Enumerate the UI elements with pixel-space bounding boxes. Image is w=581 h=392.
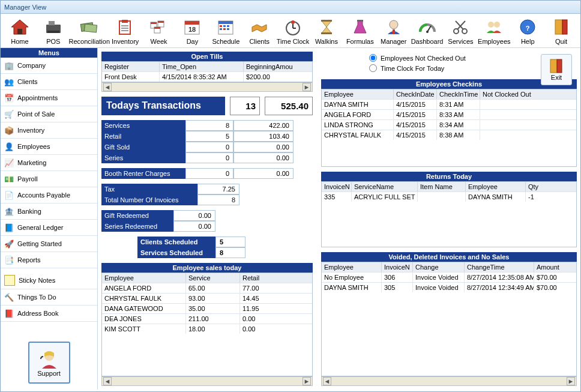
table-row[interactable]: LINDA STRONG4/15/20158:34 AM <box>322 120 576 130</box>
table-row[interactable]: CHRYSTAL FAULK4/15/20158:38 AM <box>322 130 576 140</box>
col-service[interactable]: Service <box>186 273 240 283</box>
col-beginamount[interactable]: BeginningAmou <box>244 62 312 71</box>
calendar-icon: 📅 <box>4 93 14 103</box>
sidebar-item-marketing[interactable]: 📈Marketing <box>1 155 97 171</box>
sidebar-item-pointofsale[interactable]: 🛒Point of Sale <box>1 106 97 122</box>
help-icon: ? <box>518 17 537 37</box>
cell: 4/15/2015 <box>394 110 437 119</box>
toolbar-day[interactable]: 18 Day <box>176 16 209 46</box>
toolbar-formulas[interactable]: Formulas <box>343 16 377 46</box>
sidebar-item-gettingstarted[interactable]: 🚀Getting Started <box>1 236 97 252</box>
toolbar-week[interactable]: Week <box>142 16 176 46</box>
toolbar-quit[interactable]: Quit <box>544 16 578 46</box>
table-row[interactable]: ANGELA FORD4/15/20158:33 AM <box>322 110 576 120</box>
sidebar-item-label: Sticky Notes <box>19 277 55 284</box>
sidebar-item-thingstodo[interactable]: 🔨Things To Do <box>1 289 97 306</box>
sidebar-item-label: Clients <box>17 78 38 85</box>
table-row[interactable]: DAYNA SMITH4/15/20158:31 AM <box>322 100 576 110</box>
svcssched-label: Services Scheduled <box>137 247 215 258</box>
toolbar-dashboard[interactable]: Dashboard <box>411 16 444 46</box>
sidebar-item-appointments[interactable]: 📅Appointments <box>1 90 97 106</box>
col-timeopen[interactable]: Time_Open <box>160 62 244 71</box>
toolbar-inventory[interactable]: Inventory <box>109 16 142 46</box>
scroll-right-icon[interactable]: ► <box>303 377 311 385</box>
svg-rect-26 <box>220 28 222 30</box>
col-register[interactable]: Register <box>102 62 160 71</box>
scroll-right-icon[interactable]: ► <box>567 377 575 385</box>
cell: 14.45 <box>240 294 312 303</box>
sidebar-item-generalledger[interactable]: 📘General Ledger <box>1 220 97 236</box>
col-notclockedout[interactable]: Not Clocked Out <box>480 89 576 99</box>
toolbar-help[interactable]: ? Help <box>511 16 544 46</box>
support-button[interactable]: Support <box>28 342 70 384</box>
sidebar-item-label: Company <box>17 62 46 69</box>
svg-point-32 <box>291 20 295 24</box>
col-amount[interactable]: Amount <box>534 262 576 272</box>
hscrollbar[interactable]: ◄► <box>321 376 577 386</box>
col-change[interactable]: Change <box>413 262 465 272</box>
scroll-right-icon[interactable]: ► <box>303 83 311 91</box>
sidebar-item-employees[interactable]: 👤Employees <box>1 139 97 155</box>
toolbar-home[interactable]: Home <box>3 16 37 46</box>
sidebar-item-label: Accounts Payable <box>17 191 70 199</box>
cell: 8/27/2014 12:34:49 AM <box>465 283 534 292</box>
table-row[interactable]: CHRYSTAL FAULK93.0014.45 <box>102 294 312 304</box>
toolbar-employees[interactable]: Employees <box>477 16 511 46</box>
table-row[interactable]: No Employee306Invoice Voided8/27/2014 12… <box>322 273 576 283</box>
sidebar-item-payroll[interactable]: 💵Payroll <box>1 171 97 187</box>
schedule-icon <box>216 17 235 37</box>
toolbar-manager[interactable]: Manager <box>377 16 411 46</box>
col-service[interactable]: ServiceName <box>352 182 418 191</box>
col-changetime[interactable]: ChangeTime <box>465 262 534 272</box>
clientssched-label: Clients Scheduled <box>137 237 215 247</box>
toolbar-timeclock[interactable]: Time Clock <box>276 16 310 46</box>
toolbar-pos[interactable]: POS <box>37 16 70 46</box>
hscrollbar[interactable]: ◄► <box>101 376 313 386</box>
sidebar-item-stickynotes[interactable]: Sticky Notes <box>1 272 97 289</box>
table-row[interactable]: DEA JONES211.000.00 <box>102 314 312 324</box>
clipboard-icon <box>116 17 135 37</box>
toolbar-clients[interactable]: Clients <box>242 16 276 46</box>
scroll-left-icon[interactable]: ◄ <box>103 83 112 91</box>
radio-input[interactable] <box>369 64 377 72</box>
table-row[interactable]: Front Desk 4/15/2014 8:35:32 AM $200.00 <box>102 72 312 82</box>
sidebar-item-inventory[interactable]: 📦Inventory <box>1 122 97 139</box>
sidebar-item-company[interactable]: 🏢Company <box>1 58 97 74</box>
table-row[interactable]: DAYNA SMITH305Invoice Voided8/27/2014 12… <box>322 283 576 292</box>
col-date[interactable]: CheckInDate <box>394 89 437 99</box>
svg-rect-25 <box>227 25 229 27</box>
col-qty[interactable]: Qty <box>526 182 576 191</box>
open-tills-header: Open Tills <box>101 52 313 61</box>
sidebar-item-reports[interactable]: 📑Reports <box>1 252 97 268</box>
toolbar-reconciliation[interactable]: Reconciliation <box>70 16 109 46</box>
cell: DAYNA SMITH <box>466 192 526 202</box>
hscrollbar[interactable]: ◄► <box>101 82 313 92</box>
exit-button[interactable]: Exit <box>541 54 572 85</box>
col-time[interactable]: CheckInTime <box>437 89 480 99</box>
sidebar-item-accountspayable[interactable]: 📄Accounts Payable <box>1 187 97 204</box>
col-invoice[interactable]: InvoiceN <box>322 182 352 191</box>
table-row[interactable]: DANA GATEWOOD35.0011.95 <box>102 304 312 314</box>
col-item[interactable]: Item Name <box>418 182 466 191</box>
table-row[interactable]: ANGELA FORD65.0077.00 <box>102 283 312 294</box>
table-row[interactable]: KIM SCOTT18.000.00 <box>102 324 312 334</box>
table-row[interactable]: 335ACRYLIC FULL SETDAYNA SMITH-1 <box>322 192 576 202</box>
toolbar-label: Home <box>11 38 28 45</box>
scroll-left-icon[interactable]: ◄ <box>323 377 331 385</box>
toolbar-schedule[interactable]: Schedule <box>209 16 242 46</box>
radio-input[interactable] <box>369 54 377 62</box>
sidebar-item-label: Appointments <box>17 94 58 101</box>
col-retail[interactable]: Retail <box>240 273 312 283</box>
cell: 4/15/2015 <box>394 100 437 109</box>
sidebar-item-clients[interactable]: 👥Clients <box>1 74 97 90</box>
sidebar-item-addressbook[interactable]: 📕Address Book <box>1 306 97 322</box>
col-invoice[interactable]: InvoiceN <box>382 262 413 272</box>
scroll-left-icon[interactable]: ◄ <box>103 377 112 385</box>
col-employee[interactable]: Employee <box>102 273 186 283</box>
col-employee[interactable]: Employee <box>322 89 394 99</box>
col-employee[interactable]: Employee <box>466 182 526 191</box>
sidebar-item-banking[interactable]: 🏦Banking <box>1 204 97 220</box>
toolbar-services[interactable]: Services <box>444 16 478 46</box>
col-employee[interactable]: Employee <box>322 262 382 272</box>
toolbar-walkins[interactable]: Walkins <box>310 16 343 46</box>
